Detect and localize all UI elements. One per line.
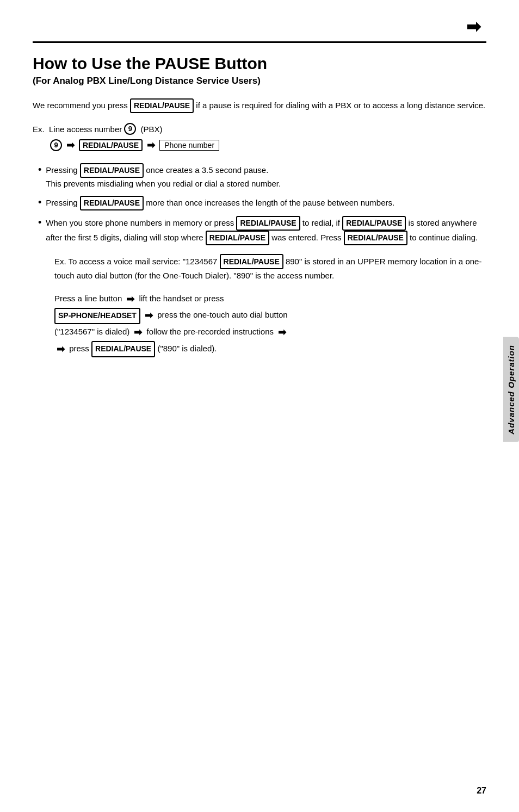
press-arrow-3: ➡: [134, 324, 142, 341]
flow-num-circle: 9: [50, 139, 62, 151]
pbx-label: (PBX): [138, 125, 162, 134]
sp-phone-headset-btn: SP-PHONE/HEADSET: [54, 308, 140, 324]
bullet-item-3: • When you store phone numbers in memory…: [38, 216, 486, 245]
redial-pause-btn-b3b: REDIAL/PAUSE: [342, 216, 406, 231]
side-tab: Advanced Operation: [503, 337, 519, 442]
example-line: Ex. Line access number 9 (PBX): [33, 123, 486, 135]
bullet-dot-1: •: [38, 163, 41, 177]
redial-pause-btn-ex2: REDIAL/PAUSE: [220, 254, 283, 269]
press-line-1: Press a line button ➡ lift the handset o…: [54, 291, 486, 308]
flow-redial-btn: REDIAL/PAUSE: [79, 139, 143, 151]
press-sequence-block: Press a line button ➡ lift the handset o…: [54, 291, 486, 357]
bullet-text-1: Pressing REDIAL/PAUSE once creates a 3.5…: [46, 163, 486, 190]
page-title: How to Use the PAUSE Button: [33, 54, 486, 73]
number-circle-9: 9: [124, 123, 136, 135]
example-block-2: Ex. To access a voice mail service: "123…: [54, 254, 486, 282]
example2-text: Ex. To access a voice mail service: "123…: [54, 254, 486, 282]
side-tab-label: Advanced Operation: [506, 345, 516, 435]
ex-label: Ex. Line access number: [33, 125, 122, 134]
flow-row: 9 ➡ REDIAL/PAUSE ➡ Phone number: [50, 139, 486, 151]
bullet-text-3: When you store phone numbers in memory o…: [46, 216, 486, 245]
intro-text: We recommend you press REDIAL/PAUSE if a…: [33, 98, 486, 113]
press-line-4: ➡ press REDIAL/PAUSE ("890" is dialed).: [54, 341, 486, 358]
redial-pause-btn-b3d: REDIAL/PAUSE: [344, 231, 407, 245]
bullet-dot-3: •: [38, 215, 41, 230]
bullet-list: • Pressing REDIAL/PAUSE once creates a 3…: [38, 163, 486, 245]
press-arrow-1: ➡: [126, 291, 134, 308]
redial-pause-btn-final: REDIAL/PAUSE: [91, 341, 155, 357]
press-arrow-4: ➡: [278, 324, 286, 341]
bullet-item-1: • Pressing REDIAL/PAUSE once creates a 3…: [38, 163, 486, 190]
top-arrow: ➡: [466, 16, 481, 37]
phone-number-box: Phone number: [159, 140, 219, 151]
redial-pause-btn-b3c: REDIAL/PAUSE: [206, 231, 269, 245]
redial-pause-btn-b2: REDIAL/PAUSE: [80, 196, 144, 210]
redial-pause-btn-b1: REDIAL/PAUSE: [80, 163, 144, 178]
top-line: [33, 41, 486, 43]
flow-arrow-1: ➡: [66, 139, 75, 151]
flow-arrow-2: ➡: [147, 139, 155, 151]
page-subtitle: (For Analog PBX Line/Long Distance Servi…: [33, 76, 486, 86]
press-arrow-2: ➡: [145, 307, 153, 324]
page-wrapper: ➡ How to Use the PAUSE Button (For Analo…: [0, 0, 519, 812]
bullet-dot-2: •: [38, 195, 41, 210]
press-arrow-5: ➡: [57, 341, 65, 358]
press-line-2: SP-PHONE/HEADSET ➡ press the one-touch a…: [54, 307, 486, 324]
page-number: 27: [477, 786, 486, 796]
bullet-text-2: Pressing REDIAL/PAUSE more than once inc…: [46, 196, 486, 210]
redial-pause-btn-intro: REDIAL/PAUSE: [130, 98, 194, 113]
top-bar: ➡: [33, 16, 486, 37]
press-line-3: ("1234567" is dialed) ➡ follow the pre-r…: [54, 324, 486, 341]
redial-pause-btn-b3a: REDIAL/PAUSE: [236, 216, 300, 231]
bullet-item-2: • Pressing REDIAL/PAUSE more than once i…: [38, 196, 486, 210]
